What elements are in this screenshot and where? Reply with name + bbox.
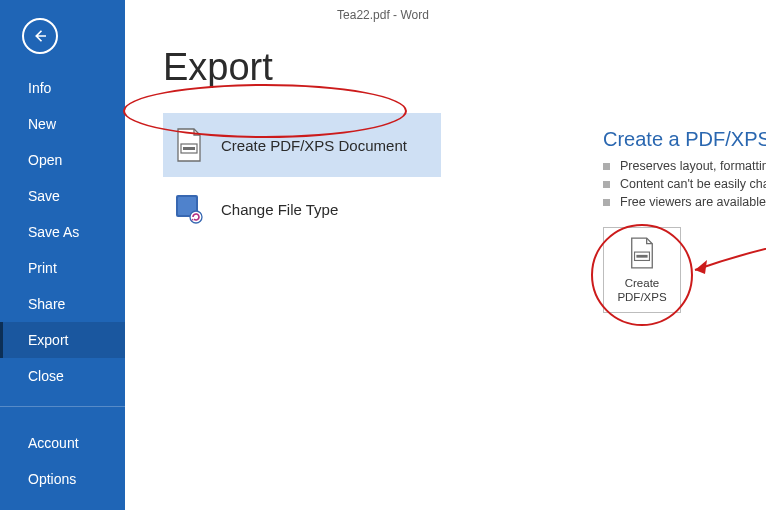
sidebar-item-print[interactable]: Print bbox=[0, 250, 125, 286]
sidebar-item-label: Close bbox=[28, 368, 64, 384]
page-title: Export bbox=[163, 46, 766, 89]
bullet-text: Preserves layout, formatting, fonts, and… bbox=[620, 159, 766, 173]
detail-title: Create a PDF/XPS Document bbox=[603, 128, 766, 151]
option-change-file-type[interactable]: Change File Type bbox=[163, 177, 441, 241]
option-label: Change File Type bbox=[221, 201, 338, 218]
svg-point-4 bbox=[190, 211, 202, 223]
sidebar-item-open[interactable]: Open bbox=[0, 142, 125, 178]
sidebar-item-options[interactable]: Options bbox=[0, 461, 125, 497]
bullet-square-icon bbox=[603, 181, 610, 188]
backstage-sidebar: Info New Open Save Save As Print Share E… bbox=[0, 0, 125, 510]
svg-rect-1 bbox=[183, 147, 195, 150]
sidebar-item-label: New bbox=[28, 116, 56, 132]
back-arrow-icon bbox=[31, 27, 49, 45]
sidebar-item-label: Print bbox=[28, 260, 57, 276]
bullet-text: Free viewers are available on the web bbox=[620, 195, 766, 209]
bullet-text: Content can't be easily changed bbox=[620, 177, 766, 191]
sidebar-item-label: Info bbox=[28, 80, 51, 96]
sidebar-item-label: Share bbox=[28, 296, 65, 312]
sidebar-footer: Account Options bbox=[0, 425, 125, 497]
change-file-type-icon bbox=[173, 193, 205, 225]
sidebar-item-label: Account bbox=[28, 435, 79, 451]
sidebar-item-label: Open bbox=[28, 152, 62, 168]
create-button-label: CreatePDF/XPS bbox=[617, 276, 666, 305]
sidebar-item-save-as[interactable]: Save As bbox=[0, 214, 125, 250]
export-options: Create PDF/XPS Document Change File Type bbox=[163, 113, 441, 241]
sidebar-item-label: Export bbox=[28, 332, 68, 348]
sidebar-item-label: Save bbox=[28, 188, 60, 204]
sidebar-item-label: Options bbox=[28, 471, 76, 487]
sidebar-nav: Info New Open Save Save As Print Share E… bbox=[0, 70, 125, 394]
pdf-document-icon bbox=[173, 129, 205, 161]
bullet-square-icon bbox=[603, 199, 610, 206]
detail-bullet: Content can't be easily changed bbox=[603, 177, 766, 191]
sidebar-item-export[interactable]: Export bbox=[0, 322, 125, 358]
sidebar-item-label: Save As bbox=[28, 224, 79, 240]
sidebar-item-close[interactable]: Close bbox=[0, 358, 125, 394]
sidebar-separator bbox=[0, 406, 125, 407]
backstage-main: Export Create PDF/XPS Document bbox=[125, 0, 766, 510]
detail-bullet: Free viewers are available on the web bbox=[603, 195, 766, 209]
option-label: Create PDF/XPS Document bbox=[221, 137, 407, 154]
sidebar-item-save[interactable]: Save bbox=[0, 178, 125, 214]
detail-bullet: Preserves layout, formatting, fonts, and… bbox=[603, 159, 766, 173]
bullet-square-icon bbox=[603, 163, 610, 170]
sidebar-item-new[interactable]: New bbox=[0, 106, 125, 142]
sidebar-item-share[interactable]: Share bbox=[0, 286, 125, 322]
sidebar-item-info[interactable]: Info bbox=[0, 70, 125, 106]
sidebar-item-account[interactable]: Account bbox=[0, 425, 125, 461]
export-detail: Create a PDF/XPS Document Preserves layo… bbox=[603, 128, 766, 313]
option-create-pdf-xps[interactable]: Create PDF/XPS Document bbox=[163, 113, 441, 177]
detail-bullets: Preserves layout, formatting, fonts, and… bbox=[603, 159, 766, 209]
word-backstage: Tea22.pdf - Word Info New Open Save Save… bbox=[0, 0, 766, 510]
back-button[interactable] bbox=[22, 18, 58, 54]
create-pdf-xps-button[interactable]: CreatePDF/XPS bbox=[603, 227, 681, 313]
svg-rect-6 bbox=[636, 254, 647, 257]
pdf-document-icon bbox=[628, 236, 656, 270]
